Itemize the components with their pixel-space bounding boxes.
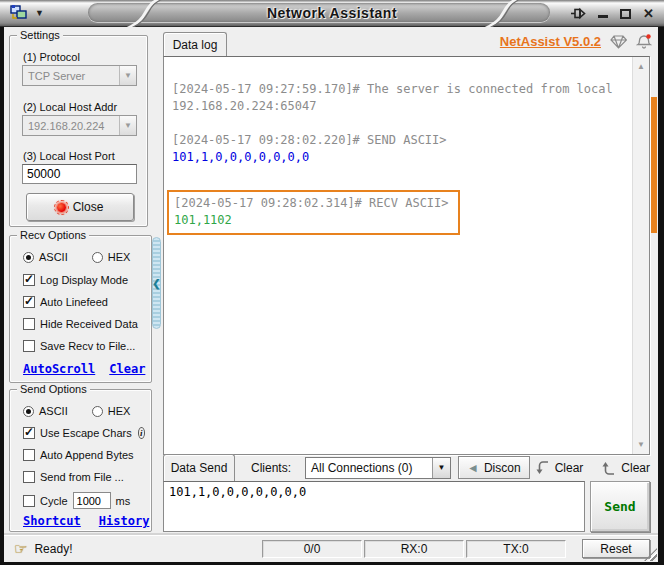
use-escape-chars-label: Use Escape Chars <box>40 427 132 439</box>
autoscroll-link[interactable]: AutoScroll <box>23 362 95 376</box>
highlighted-recv-entry: [2024-05-17 09:28:02.314]# RECV ASCII> 1… <box>167 190 460 235</box>
hide-received-data-checkbox[interactable] <box>23 318 35 330</box>
chevron-down-icon[interactable]: ▼ <box>119 116 136 135</box>
protocol-select[interactable]: TCP Server ▼ <box>22 65 137 86</box>
local-addr-select[interactable]: 192.168.20.224 ▼ <box>22 115 137 136</box>
auto-append-bytes-label: Auto Append Bytes <box>40 449 134 461</box>
send-ascii-radio[interactable] <box>23 406 34 417</box>
close-window-button[interactable]: ✕ <box>643 7 654 20</box>
connection-counter-value: 0/0 <box>304 542 321 556</box>
tab-data-log[interactable]: Data log <box>163 32 227 57</box>
curved-down-arrow-icon <box>535 460 550 476</box>
local-addr-value: 192.168.20.224 <box>23 120 119 132</box>
recv-options-legend: Recv Options <box>17 229 89 241</box>
reset-counters-button[interactable]: Reset <box>582 539 650 558</box>
connection-counter-panel: 0/0 <box>262 540 362 558</box>
statusbar: ☞ Ready! 0/0 RX:0 TX:0 Reset <box>4 535 658 562</box>
tx-counter-value: TX:0 <box>503 542 528 556</box>
send-options-group: Send Options ASCII HEX Use Escape Chars … <box>9 389 152 532</box>
tab-data-send[interactable]: Data Send <box>163 454 235 481</box>
minimize-button[interactable] <box>598 15 608 18</box>
auto-linefeed-label: Auto Linefeed <box>40 296 108 308</box>
curved-up-arrow-icon <box>601 460 616 476</box>
log-scrollbar[interactable]: ▲ ▼ <box>632 57 649 454</box>
send-ascii-label: ASCII <box>39 405 68 417</box>
scroll-down-icon[interactable]: ▼ <box>633 440 649 449</box>
send-data-input[interactable]: 101,1,0,0,0,0,0,0,0 <box>163 481 585 532</box>
local-port-label: (3) Local Host Port <box>23 150 115 162</box>
send-button[interactable]: Send <box>590 481 650 532</box>
history-link[interactable]: History <box>99 514 150 528</box>
cycle-unit-label: ms <box>116 495 131 507</box>
log-display-mode-checkbox[interactable] <box>23 274 35 286</box>
titlebar[interactable]: ▼ Network Assistant ✕ <box>0 0 664 27</box>
data-log-view[interactable]: [2024-05-17 09:27:59.170]# The server is… <box>163 56 650 455</box>
local-addr-label: (2) Local Host Addr <box>23 101 117 113</box>
settings-group: Settings (1) Protocol TCP Server ▼ (2) L… <box>9 35 148 227</box>
notification-badge <box>646 34 650 38</box>
cycle-label: Cycle <box>40 495 68 507</box>
rx-counter-value: RX:0 <box>401 542 428 556</box>
disconnect-button-label: Discon <box>484 461 521 475</box>
connection-status-dot-icon <box>57 203 66 212</box>
reset-button-label: Reset <box>600 542 631 556</box>
log-line: [2024-05-17 09:27:59.170]# The server is… <box>172 81 625 98</box>
diamond-icon[interactable] <box>610 35 627 49</box>
auto-append-bytes-checkbox[interactable] <box>23 449 35 461</box>
protocol-value: TCP Server <box>23 70 119 82</box>
recv-ascii-radio[interactable] <box>23 252 34 263</box>
content-area: Settings (1) Protocol TCP Server ▼ (2) L… <box>4 27 658 562</box>
send-options-legend: Send Options <box>17 383 90 395</box>
log-line: 192.168.20.224:65047 <box>172 98 625 115</box>
log-recv-data: 101,1102 <box>174 212 449 229</box>
maximize-button[interactable] <box>620 9 631 19</box>
log-line: [2024-05-17 09:28:02.314]# RECV ASCII> <box>174 195 449 212</box>
send-button-label: Send <box>604 499 635 514</box>
panel-collapse-handle[interactable]: ❮ <box>152 237 161 329</box>
log-line: [2024-05-17 09:28:02.220]# SEND ASCII> <box>172 132 625 149</box>
send-hex-radio[interactable] <box>92 406 103 417</box>
data-send-toolbar: Data Send Clients: All Connections (0) ▼… <box>163 454 650 481</box>
window-title: Network Assistant <box>0 5 664 21</box>
chevron-left-icon: ❮ <box>152 278 160 289</box>
clear-recv-label: Clear <box>555 461 584 475</box>
tx-counter-panel: TX:0 <box>466 540 566 558</box>
chevron-down-icon[interactable]: ▼ <box>432 458 450 478</box>
clients-select[interactable]: All Connections (0) ▼ <box>305 457 451 479</box>
log-send-data: 101,1,0,0,0,0,0,0,0 <box>172 149 625 166</box>
clients-selected-value: All Connections (0) <box>306 461 432 475</box>
pin-icon[interactable] <box>570 7 586 20</box>
cycle-checkbox[interactable] <box>23 495 35 507</box>
close-connection-button[interactable]: Close <box>26 193 134 221</box>
local-port-input[interactable] <box>22 164 137 184</box>
app-window: ▼ Network Assistant ✕ Settings (1) Proto… <box>0 0 664 565</box>
cycle-interval-input[interactable] <box>73 492 111 509</box>
data-send-tab-label: Data Send <box>171 461 228 475</box>
chevron-down-icon[interactable]: ▼ <box>119 66 136 85</box>
pointing-hand-icon: ☞ <box>14 540 27 558</box>
save-recv-to-file-checkbox[interactable] <box>23 340 35 352</box>
clear-send-label: Clear <box>621 461 650 475</box>
data-log-tab-label: Data log <box>173 38 218 52</box>
info-icon[interactable]: i <box>138 427 145 439</box>
clear-send-button[interactable]: Clear <box>601 460 650 476</box>
use-escape-chars-checkbox[interactable] <box>23 427 35 439</box>
send-from-file-checkbox[interactable] <box>23 471 35 483</box>
send-hex-label: HEX <box>108 405 131 417</box>
scroll-position-marker <box>651 97 657 233</box>
clients-label: Clients: <box>251 461 291 475</box>
clear-recv-button[interactable]: Clear <box>535 460 584 476</box>
recv-clear-link[interactable]: Clear <box>109 362 145 376</box>
protocol-label: (1) Protocol <box>23 51 80 63</box>
recv-hex-radio[interactable] <box>92 252 103 263</box>
shortcut-link[interactable]: Shortcut <box>23 514 81 528</box>
rx-counter-panel: RX:0 <box>364 540 464 558</box>
hide-received-data-label: Hide Received Data <box>40 318 138 330</box>
version-link[interactable]: NetAssist V5.0.2 <box>500 34 601 49</box>
notification-bell-icon[interactable] <box>636 34 652 49</box>
disconnect-button[interactable]: ◄ Discon <box>458 456 530 479</box>
auto-linefeed-checkbox[interactable] <box>23 296 35 308</box>
recv-options-group: Recv Options ASCII HEX Log Display Mode … <box>9 235 152 383</box>
recv-hex-label: HEX <box>108 251 131 263</box>
scroll-up-icon[interactable]: ▲ <box>633 62 649 71</box>
